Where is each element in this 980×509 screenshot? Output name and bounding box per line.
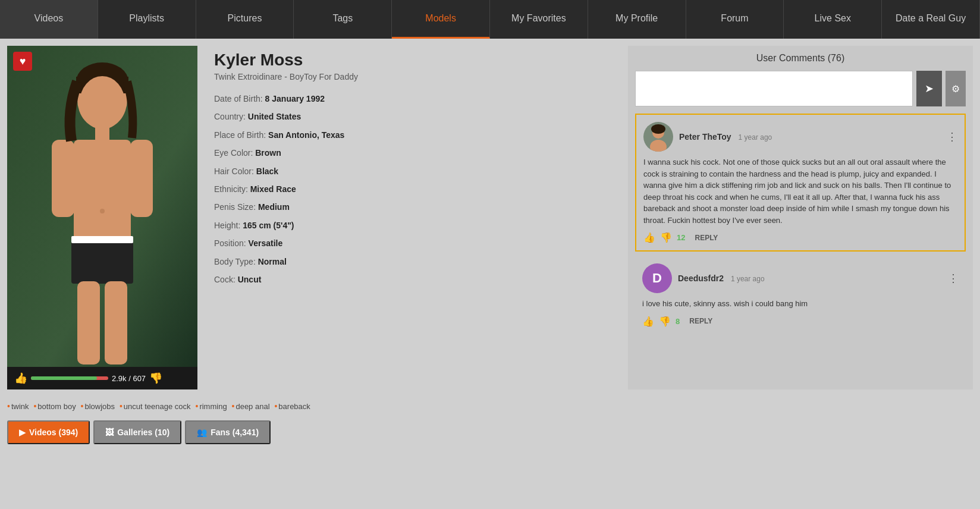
comment-card-2: D Deedusfdr2 1 year ago ⋮ i love his cut… — [635, 256, 966, 334]
comment-input[interactable] — [635, 71, 913, 106]
tag-6[interactable]: bareback — [278, 402, 310, 411]
tag-2[interactable]: blowjobs — [84, 402, 115, 411]
tag-4[interactable]: rimming — [199, 402, 227, 411]
model-image-container: ♥ — [7, 46, 197, 389]
nav-date[interactable]: Date a Real Guy — [882, 0, 980, 39]
comment-body-1: I wanna suck his cock. Not one of those … — [643, 156, 957, 226]
hair-value: Black — [256, 166, 278, 176]
eye-value: Brown — [255, 148, 281, 158]
svg-point-18 — [651, 124, 665, 134]
comment-actions-2: 👍 👎 8 REPLY — [642, 316, 959, 327]
comment-meta-2: Deedusfdr2 1 year ago — [678, 274, 942, 283]
nav-playlists[interactable]: Playlists — [98, 0, 196, 39]
ethnicity-label: Ethnicity: — [214, 184, 248, 194]
nav-live-sex[interactable]: Live Sex — [784, 0, 882, 39]
eye-label: Eye Color: — [214, 148, 253, 158]
rating-section: 👍 2.9k / 607 👎 — [14, 372, 162, 385]
profile-left: ♥ — [7, 46, 628, 389]
videos-label: Videos (394) — [29, 428, 78, 437]
tag-dot-0: • — [7, 401, 10, 411]
page-content: ♥ — [0, 39, 980, 397]
favorite-heart-icon[interactable]: ♥ — [13, 52, 32, 71]
country-label: Country: — [214, 112, 246, 121]
tab-galleries[interactable]: 🖼 Galleries (10) — [93, 420, 181, 444]
hair-label: Hair Color: — [214, 166, 254, 176]
info-pob: Place of Birth: San Antonio, Texas — [214, 128, 618, 142]
page-wrapper: Videos Playlists Pictures Tags Models My… — [0, 0, 980, 509]
svg-point-17 — [650, 140, 667, 152]
comment-actions-1: 👍 👎 12 REPLY — [643, 232, 957, 243]
comment-reply-2[interactable]: REPLY — [689, 317, 712, 325]
position-value: Versatile — [249, 238, 283, 248]
avatar-initial-2: D — [642, 263, 672, 293]
avatar-svg-1 — [643, 122, 673, 152]
comment-meta-1: Peter TheToy 1 year ago — [679, 132, 941, 142]
galleries-label: Galleries (10) — [117, 428, 169, 437]
comment-time-2: 1 year ago — [731, 275, 765, 283]
main-nav: Videos Playlists Pictures Tags Models My… — [0, 0, 980, 39]
model-photo — [7, 46, 197, 367]
comment-settings-button[interactable]: ⚙ — [946, 71, 966, 106]
svg-point-15 — [100, 209, 105, 213]
info-height: Height: 165 cm (5'4") — [214, 219, 618, 232]
nav-models[interactable]: Models — [392, 0, 490, 39]
dob-value: 8 January 1992 — [265, 94, 325, 103]
tag-dot-2: • — [81, 401, 84, 411]
rating-bar — [31, 376, 108, 380]
svg-rect-10 — [71, 236, 133, 243]
comments-list: Peter TheToy 1 year ago ⋮ I wanna suck h… — [635, 114, 966, 339]
info-position: Position: Versatile — [214, 237, 618, 250]
thumbs-up-icon[interactable]: 👍 — [14, 372, 27, 385]
info-hair: Hair Color: Black — [214, 165, 618, 178]
nav-pictures[interactable]: Pictures — [196, 0, 294, 39]
tab-videos[interactable]: ▶ Videos (394) — [7, 420, 90, 444]
comment-more-icon-2[interactable]: ⋮ — [948, 272, 959, 285]
model-subtitle: Twink Extroidinare - BoyToy For Daddy — [214, 72, 618, 81]
comment-card-1: Peter TheToy 1 year ago ⋮ I wanna suck h… — [635, 114, 966, 252]
comment-body-2: i love his cute, skinny ass. wish i coul… — [642, 298, 959, 310]
comment-username-1: Peter TheToy — [679, 132, 731, 142]
comment-like-count-2: 8 — [676, 317, 680, 326]
thumbs-down-icon[interactable]: 👎 — [149, 372, 162, 385]
cock-label: Cock: — [214, 275, 235, 284]
position-label: Position: — [214, 238, 246, 248]
tag-dot-6: • — [274, 401, 277, 411]
comment-dislike-1[interactable]: 👎 — [660, 232, 672, 243]
rating-text: 2.9k / 607 — [112, 374, 146, 383]
bottom-tabs: ▶ Videos (394) 🖼 Galleries (10) 👥 Fans (… — [0, 416, 980, 449]
comment-like-2[interactable]: 👍 — [642, 316, 654, 327]
model-name: Kyler Moss — [214, 51, 618, 70]
tag-5[interactable]: deep anal — [235, 402, 269, 411]
comment-reply-1[interactable]: REPLY — [695, 234, 718, 242]
height-value: 165 cm (5'4") — [243, 221, 294, 230]
body-label: Body Type: — [214, 257, 256, 266]
info-eye: Eye Color: Brown — [214, 146, 618, 159]
tag-dot-5: • — [232, 401, 235, 411]
nav-tags[interactable]: Tags — [294, 0, 392, 39]
svg-rect-11 — [52, 140, 74, 217]
tab-fans[interactable]: 👥 Fans (4,341) — [185, 420, 271, 444]
tag-0[interactable]: twink — [11, 402, 29, 411]
nav-videos[interactable]: Videos — [0, 0, 98, 39]
comment-like-1[interactable]: 👍 — [643, 232, 655, 243]
penis-value: Medium — [258, 202, 290, 212]
comment-avatar-1 — [643, 122, 673, 152]
nav-profile[interactable]: My Profile — [588, 0, 686, 39]
info-country: Country: United States — [214, 110, 618, 123]
body-value: Normal — [258, 257, 287, 266]
comment-more-icon-1[interactable]: ⋮ — [947, 130, 957, 143]
info-dob: Date of Birth: 8 January 1992 — [214, 92, 618, 105]
comment-send-button[interactable]: ➤ — [916, 71, 942, 106]
comment-avatar-2: D — [642, 263, 672, 293]
nav-forum[interactable]: Forum — [686, 0, 784, 39]
pob-value: San Antonio, Texas — [268, 130, 344, 140]
rating-bar-fill — [31, 376, 97, 380]
tag-1[interactable]: bottom boy — [37, 402, 76, 411]
profile-info: Kyler Moss Twink Extroidinare - BoyToy F… — [205, 46, 628, 389]
nav-favorites[interactable]: My Favorites — [490, 0, 588, 39]
tag-3[interactable]: uncut teenage cock — [124, 402, 191, 411]
tags-section: •twink •bottom boy •blowjobs •uncut teen… — [0, 397, 980, 416]
image-bottom-bar: 👍 2.9k / 607 👎 — [7, 367, 197, 389]
comment-dislike-2[interactable]: 👎 — [659, 316, 671, 327]
info-cock: Cock: Uncut — [214, 273, 618, 286]
